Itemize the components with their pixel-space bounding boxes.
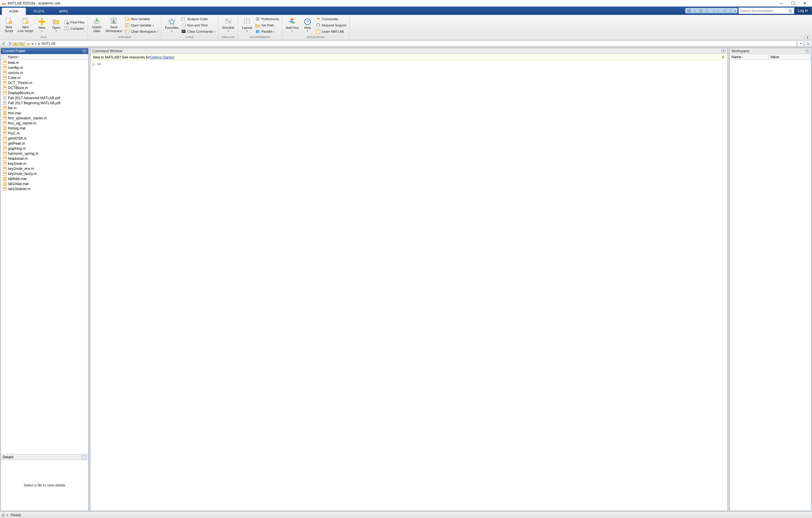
undo-icon[interactable] (711, 9, 715, 13)
run-and-time-button[interactable]: Run and Time (180, 22, 216, 28)
save-icon[interactable] (687, 9, 691, 13)
workspace-column-headers[interactable]: Name▴ Value (730, 54, 811, 60)
file-item[interactable]: Fall 2017 Advanced MATLAB.pdf (1, 96, 88, 100)
file-item[interactable]: DisplayBlocks.m (1, 90, 88, 96)
preferences-button[interactable]: Preferences (254, 16, 280, 22)
details-toggle-button[interactable]: ˅ (82, 455, 86, 459)
quick-access-toolbar: ? ▾ (685, 8, 737, 13)
layout-button[interactable]: Layout (240, 18, 254, 33)
current-folder-path[interactable]: ▶ I: ▶ MATLAB (25, 41, 796, 47)
getting-started-link[interactable]: Getting Started (150, 55, 174, 59)
current-folder-header[interactable]: Current Folder ▾ (1, 48, 88, 54)
switch-windows-icon[interactable] (723, 9, 727, 13)
details-header[interactable]: Details ˅ (1, 454, 88, 460)
file-item[interactable]: coscos.m (1, 70, 88, 75)
path-drive[interactable]: I: (35, 42, 37, 46)
help-icon[interactable]: ? (729, 9, 733, 13)
favorites-button[interactable]: Favorites (163, 18, 180, 33)
file-item[interactable]: coinflip.m (1, 65, 88, 70)
workspace-body[interactable] (730, 60, 811, 511)
new-live-script-button[interactable]: New Live Script (16, 17, 35, 33)
copy-icon[interactable] (699, 9, 703, 13)
file-item[interactable]: getADSR.m (1, 136, 88, 141)
fx-indicator[interactable]: fx (92, 62, 95, 509)
path-search-button[interactable] (805, 41, 811, 47)
clear-workspace-button[interactable]: Clear Workspace (124, 28, 160, 34)
addons-button[interactable]: Add-Ons (284, 18, 300, 33)
path-folder[interactable]: MATLAB (41, 42, 56, 46)
close-button[interactable]: ✕ (799, 0, 811, 6)
command-window-menu-button[interactable]: ▾ (722, 49, 726, 53)
file-item[interactable]: key2note_fancy.m (1, 171, 88, 176)
search-input[interactable] (741, 9, 788, 12)
folder-browse-icon (19, 41, 24, 46)
tab-apps[interactable]: APPS (52, 8, 75, 15)
set-path-button[interactable]: Set Path (254, 22, 280, 28)
file-item[interactable]: lab8dat.mat (1, 176, 88, 181)
nav-up-button[interactable] (13, 41, 19, 46)
nav-forward-button[interactable] (7, 41, 12, 46)
paste-icon[interactable] (705, 9, 709, 13)
current-folder-column-header[interactable]: Name ▴ (1, 54, 88, 60)
nav-back-button[interactable] (1, 41, 6, 46)
open-button[interactable]: Open (49, 18, 63, 33)
file-item[interactable]: Cube.m (1, 75, 88, 80)
search-documentation[interactable] (738, 7, 794, 14)
login-button[interactable]: Log In (795, 7, 811, 14)
file-item[interactable]: beat.m (1, 60, 88, 65)
file-item[interactable]: lab10dat.mat (1, 181, 88, 186)
current-folder-file-list[interactable]: beat.mcoinflip.mcoscos.mCube.mDCT_Thresh… (1, 60, 88, 454)
analyze-code-button[interactable]: Analyze Code (180, 16, 216, 22)
file-item[interactable]: fmrisig.mat (1, 126, 88, 131)
parallel-button[interactable]: Parallel (254, 28, 280, 34)
file-item[interactable]: harmonic_spring.m (1, 151, 88, 156)
help-button[interactable]: Help (300, 18, 315, 33)
file-item[interactable]: lab10starter.m (1, 186, 88, 191)
workspace-col-value[interactable]: Value (768, 54, 811, 60)
community-button[interactable]: Community (315, 16, 348, 22)
workspace-header[interactable]: Workspace ▾ (730, 48, 811, 54)
minimize-button[interactable]: — (775, 0, 787, 6)
cut-icon[interactable] (693, 9, 697, 13)
workspace-menu-button[interactable]: ▾ (805, 49, 809, 53)
file-item[interactable]: Fall 2017 Beginning MATLAB.pdf (1, 100, 88, 105)
clear-commands-button[interactable]: Clear Commands (180, 28, 216, 34)
simulink-button[interactable]: Simulink (220, 18, 236, 33)
file-item[interactable]: graphing.m (1, 146, 88, 151)
open-variable-button[interactable]: Open Variable (124, 22, 160, 28)
nav-browse-button[interactable] (19, 41, 24, 46)
file-item[interactable]: FtoC.m (1, 131, 88, 136)
redo-icon[interactable] (717, 9, 721, 13)
banner-close-button[interactable]: ✕ (722, 55, 725, 60)
file-item[interactable]: key2note_env.m (1, 166, 88, 171)
import-data-button[interactable]: Import Data (90, 17, 104, 33)
learn-matlab-button[interactable]: Learn MATLAB (315, 28, 348, 34)
file-item[interactable]: DCT_Thresh.m (1, 80, 88, 85)
search-icon[interactable] (788, 9, 792, 13)
request-support-button[interactable]: Request Support (315, 22, 348, 28)
file-item[interactable]: DCTBlock.m (1, 85, 88, 90)
file-item[interactable]: key2note.m (1, 161, 88, 166)
file-item[interactable]: fmri_activation_starter.m (1, 115, 88, 120)
file-item[interactable]: fmri.mat (1, 110, 88, 115)
quick-access-dropdown[interactable]: ▾ (734, 9, 736, 12)
tab-plots[interactable]: PLOTS (26, 8, 51, 15)
file-item[interactable]: file.m (1, 105, 88, 110)
current-folder-menu-button[interactable]: ▾ (82, 49, 86, 53)
minimize-toolstrip-button[interactable]: ▴ (805, 36, 810, 38)
file-item[interactable]: headortail.m (1, 156, 88, 161)
file-item[interactable]: getPeak.m (1, 141, 88, 146)
new-variable-button[interactable]: New Variable (124, 16, 160, 22)
workspace-col-name[interactable]: Name▴ (730, 54, 768, 60)
new-button[interactable]: New (35, 18, 49, 33)
file-item[interactable]: fmri_sig_starter.m (1, 120, 88, 126)
path-dropdown[interactable]: ▾ (798, 41, 804, 47)
maximize-button[interactable]: ☐ (787, 0, 799, 6)
new-script-button[interactable]: New Script (2, 17, 16, 33)
compare-button[interactable]: Compare (63, 26, 86, 31)
find-files-button[interactable]: Find Files (63, 19, 86, 25)
command-window-header[interactable]: Command Window ▾ (90, 48, 727, 54)
tab-home[interactable]: HOME (2, 8, 26, 15)
save-workspace-button[interactable]: Save Workspace (104, 17, 124, 33)
command-window-body[interactable]: fx >> (90, 61, 727, 511)
